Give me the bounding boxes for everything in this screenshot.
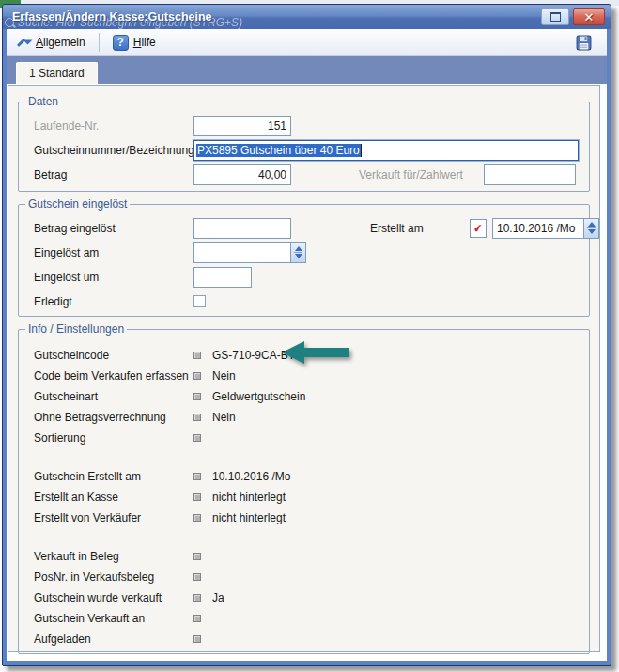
titlebar[interactable]: Suche: Hier Suchbegriff eingeben (STRG+S… — [3, 5, 611, 29]
tab-strip: 1 Standard — [7, 56, 607, 84]
info-row: Ohne Betragsverrechnung Nein — [34, 407, 581, 428]
erledigt-checkbox[interactable] — [193, 295, 206, 307]
bullet-icon — [193, 635, 201, 643]
info-value: 10.10.2016 /Mo — [212, 470, 290, 483]
info-row: Aufgeladen — [34, 629, 581, 649]
info-label: Erstellt an Kasse — [34, 491, 193, 504]
spinner-up-icon — [588, 222, 596, 227]
bullet-icon — [193, 514, 201, 522]
hilfe-button[interactable]: Hilfe — [109, 33, 160, 53]
spinner-divider — [587, 227, 596, 228]
eingeloest-am-spinner[interactable] — [290, 242, 306, 263]
laufende-nr-field[interactable] — [193, 116, 291, 136]
info-row: Gutscheincode GS-710-9CA-BTB — [34, 345, 581, 366]
info-label: Aufgeladen — [34, 633, 193, 646]
eingeloest-am-field[interactable] — [193, 242, 291, 263]
info-row: Gutschein Verkauft an — [34, 608, 581, 629]
date-confirm-button[interactable] — [470, 219, 487, 238]
spinner-down-icon — [295, 254, 302, 258]
info-row: Gutscheinart Geldwertgutschein — [34, 386, 581, 407]
screen: Suche: Hier Suchbegriff eingeben (STRG+S… — [0, 0, 619, 672]
restore-icon — [550, 12, 561, 22]
selected-text: PX5895 Gutschein über 40 Euro — [196, 144, 361, 157]
info-value: Ja — [212, 591, 224, 604]
info-label: Sortierung — [34, 431, 193, 445]
info-label: Code beim Verkaufen erfassen — [34, 369, 193, 383]
group-info-title: Info / Einstellungen — [25, 322, 127, 336]
toolbar-separator — [99, 33, 100, 52]
text-caret — [361, 144, 362, 157]
laufende-nr-label: Laufende-Nr. — [34, 119, 193, 133]
spinner-up-icon — [295, 246, 302, 251]
betrag-eingeloest-field[interactable] — [193, 218, 291, 239]
erstellt-am-label: Erstellt am — [370, 222, 470, 235]
verkauft-fuer-field[interactable] — [484, 164, 576, 185]
bullet-icon — [193, 493, 201, 501]
hilfe-label: Hilfe — [133, 36, 156, 49]
tab-label: 1 Standard — [29, 67, 85, 80]
restore-button[interactable] — [541, 8, 569, 25]
group-eingeloest-title: Gutschein eingelöst — [25, 197, 130, 211]
betrag-label: Betrag — [34, 168, 193, 181]
arrow-up-right-icon — [18, 36, 31, 49]
info-label: Ohne Betragsverrechnung — [34, 411, 193, 424]
info-row: Code beim Verkaufen erfassen Nein — [34, 366, 581, 386]
allgemein-button[interactable]: Allgemein — [14, 34, 89, 51]
group-daten: Daten Laufende-Nr. Gutscheinnummer/Bezei… — [18, 102, 590, 192]
erledigt-label: Erledigt — [34, 295, 193, 308]
save-floppy-icon — [576, 35, 592, 51]
tab-standard[interactable]: 1 Standard — [16, 62, 98, 84]
info-label: Erstellt von Verkäufer — [34, 511, 193, 524]
save-button[interactable] — [572, 33, 596, 53]
bullet-icon — [193, 573, 201, 581]
info-label: Gutschein wurde verkauft — [34, 591, 193, 604]
bullet-icon — [193, 594, 201, 602]
eingeloest-am-label: Eingelöst am — [34, 246, 193, 259]
bullet-icon — [193, 393, 201, 400]
info-value: nicht hinterlegt — [212, 511, 286, 524]
info-value: GS-710-9CA-BTB — [212, 349, 302, 362]
info-value: Nein — [212, 411, 236, 424]
info-row: Sortierung — [34, 428, 581, 448]
bullet-icon — [193, 615, 201, 622]
close-button[interactable] — [573, 8, 605, 25]
verkauft-fuer-label: Verkauft für/Zahlwert — [359, 168, 463, 181]
info-rows: Gutscheincode GS-710-9CA-BTB Code beim V… — [34, 345, 581, 649]
bullet-icon — [193, 473, 201, 480]
bezeichnung-label: Gutscheinnummer/Bezeichnung — [34, 144, 193, 157]
info-row: Gutschein Erstellt am 10.10.2016 /Mo — [34, 466, 581, 487]
info-value: Geldwertgutschein — [212, 390, 305, 403]
window-title: Erfassen/Ändern Kasse:Gutscheine — [12, 10, 541, 23]
bullet-icon — [193, 372, 201, 380]
info-value: nicht hinterlegt — [212, 491, 286, 504]
bullet-icon — [193, 553, 201, 560]
group-gutschein-eingeloest: Gutschein eingelöst Betrag eingelöst Ers… — [18, 204, 590, 317]
info-label: Gutscheinart — [34, 390, 193, 403]
info-label: Gutscheincode — [34, 349, 193, 362]
dialog-erfassen-aendern-gutscheine: Suche: Hier Suchbegriff eingeben (STRG+S… — [2, 4, 611, 666]
bullet-icon — [193, 414, 201, 421]
toolbar: Allgemein Hilfe — [7, 29, 607, 56]
info-row: Erstellt an Kasse nicht hinterlegt — [34, 487, 581, 508]
bezeichnung-field[interactable]: PX5895 Gutschein über 40 Euro — [193, 140, 579, 161]
bullet-icon — [193, 352, 201, 359]
erstellt-am-field[interactable] — [492, 218, 584, 239]
tab-page-standard: Daten Laufende-Nr. Gutscheinnummer/Bezei… — [8, 85, 600, 652]
close-icon — [584, 11, 595, 23]
info-row — [34, 448, 581, 466]
eingeloest-um-field[interactable] — [193, 267, 252, 288]
info-row: PosNr. in Verkaufsbeleg — [34, 567, 581, 587]
client-area: Daten Laufende-Nr. Gutscheinnummer/Bezei… — [7, 84, 607, 661]
info-row: Gutschein wurde verkauft Ja — [34, 587, 581, 608]
erstellt-am-spinner[interactable] — [583, 218, 599, 239]
info-row: Erstellt von Verkäufer nicht hinterlegt — [34, 508, 581, 528]
info-row: Verkauft in Beleg — [34, 546, 581, 567]
betrag-field[interactable] — [193, 164, 291, 185]
info-value: Nein — [212, 369, 236, 383]
betrag-eingeloest-label: Betrag eingelöst — [34, 222, 193, 235]
help-icon — [113, 35, 129, 51]
info-label: Verkauft in Beleg — [34, 550, 193, 563]
info-label: Gutschein Erstellt am — [34, 470, 193, 483]
info-row — [34, 528, 581, 546]
group-info-einstellungen: Info / Einstellungen Gutscheincode GS-71… — [18, 329, 590, 654]
